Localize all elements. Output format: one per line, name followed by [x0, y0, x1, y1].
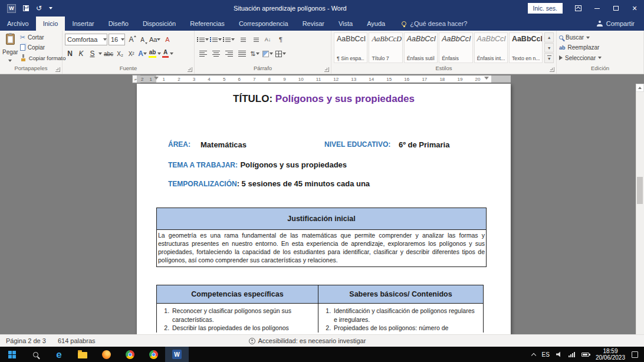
word-app-icon[interactable]: W — [7, 4, 16, 13]
close-button[interactable]: × — [625, 0, 644, 17]
tell-me-search[interactable]: ¿Qué desea hacer? — [402, 17, 467, 31]
share-button[interactable]: Compartir — [597, 17, 644, 31]
borders-button[interactable] — [275, 48, 287, 60]
taskbar-file-explorer-button[interactable] — [71, 347, 94, 362]
maximize-button[interactable] — [606, 0, 625, 17]
text-effects-button[interactable]: A — [137, 48, 147, 60]
vertical-scrollbar[interactable] — [636, 84, 644, 334]
show-formatting-marks-button[interactable]: ¶ — [275, 34, 287, 45]
taskbar-clock[interactable]: 18:59 20/06/2023 — [596, 348, 625, 361]
tab-vista[interactable]: Vista — [331, 17, 360, 31]
font-size-input[interactable] — [109, 34, 121, 45]
tab-ayuda[interactable]: Ayuda — [360, 17, 392, 31]
tab-archivo[interactable]: Archivo — [0, 17, 36, 31]
tab-revisar[interactable]: Revisar — [295, 17, 331, 31]
tab-referencias[interactable]: Referencias — [183, 17, 232, 31]
style-enfasis[interactable]: AaBbCcI Énfasis — [439, 32, 472, 63]
language-indicator[interactable]: ES — [542, 351, 550, 358]
font-name-combo[interactable] — [65, 34, 107, 45]
undo-icon[interactable]: ↺ — [36, 5, 42, 12]
font-name-caret-icon[interactable] — [103, 38, 107, 41]
underline-caret-icon[interactable] — [98, 52, 102, 55]
change-case-button[interactable]: Aa — [149, 34, 161, 45]
line-spacing-button[interactable]: ⇅ — [249, 48, 261, 60]
indent-marker-left[interactable] — [154, 77, 159, 80]
justify-button[interactable] — [236, 48, 248, 60]
paste-caret-icon[interactable] — [8, 60, 12, 62]
taskbar-chrome-2-button[interactable] — [142, 347, 165, 362]
taskbar-word-button[interactable]: W — [165, 347, 189, 362]
sort-button[interactable]: A↓ — [262, 34, 274, 45]
ribbon-display-options-button[interactable] — [569, 0, 587, 17]
document-page[interactable]: TÍTULO: Polígonos y sus propiedades ÁREA… — [137, 84, 511, 334]
align-left-button[interactable] — [197, 48, 209, 60]
font-color-button[interactable]: A — [162, 48, 169, 60]
speaker-icon[interactable] — [556, 351, 562, 357]
multilevel-list-button[interactable] — [223, 34, 235, 45]
network-icon[interactable] — [569, 352, 575, 357]
sign-in-button[interactable]: Inic. ses. — [528, 3, 563, 14]
tab-correspondencia[interactable]: Correspondencia — [232, 17, 295, 31]
page-number-status[interactable]: Página 2 de 3 — [6, 337, 46, 344]
scroll-up-button[interactable] — [636, 84, 644, 92]
save-icon[interactable] — [23, 5, 29, 11]
tab-inicio[interactable]: Inicio — [36, 17, 65, 31]
align-right-button[interactable] — [223, 48, 235, 60]
styles-scroll-down-button[interactable]: ▼ — [544, 43, 554, 53]
start-button[interactable] — [0, 347, 24, 362]
minimize-button[interactable] — [587, 0, 606, 17]
format-painter-button[interactable]: Copiar formato — [20, 53, 66, 63]
clear-formatting-button[interactable]: A — [162, 34, 172, 45]
word-count-status[interactable]: 614 palabras — [58, 337, 96, 344]
highlight-color-button[interactable]: ab — [149, 48, 156, 60]
shading-button[interactable] — [262, 48, 274, 60]
select-button[interactable]: Seleccionar — [559, 53, 641, 63]
font-name-input[interactable] — [65, 34, 103, 45]
font-dialog-launcher-icon[interactable] — [188, 67, 192, 72]
style-enfasis-sutil[interactable]: AaBbCcI Énfasis sutil — [404, 32, 438, 63]
styles-dialog-launcher-icon[interactable] — [550, 67, 554, 72]
font-size-caret-icon[interactable] — [121, 38, 124, 41]
ruler-band[interactable]: 21 1234567891011121314151617181920 — [137, 75, 511, 83]
battery-icon[interactable] — [581, 353, 589, 357]
italic-button[interactable]: K — [76, 48, 86, 60]
taskbar-search-button[interactable] — [24, 347, 47, 362]
bullet-list-button[interactable] — [197, 34, 209, 45]
scrollbar-thumb[interactable] — [637, 177, 643, 204]
taskbar-edge-button[interactable] — [47, 347, 71, 362]
copy-button[interactable]: Copiar — [20, 42, 66, 52]
styles-more-button[interactable]: ▼ — [544, 53, 554, 63]
cut-button[interactable]: ✂ Cortar — [20, 32, 66, 42]
superscript-button[interactable]: X² — [126, 48, 136, 60]
tab-disposicion[interactable]: Disposición — [136, 17, 183, 31]
accessibility-status[interactable]: Accesibilidad: es necesario investigar — [249, 337, 366, 344]
replace-button[interactable]: Reemplazar — [559, 42, 641, 52]
font-color-caret-icon[interactable] — [170, 52, 173, 55]
numbered-list-button[interactable] — [210, 34, 222, 45]
taskbar-chrome-button[interactable] — [118, 347, 142, 362]
shrink-font-button[interactable]: A — [137, 34, 147, 45]
bold-button[interactable]: N — [65, 48, 75, 60]
find-button[interactable]: Buscar — [559, 32, 641, 42]
decrease-indent-button[interactable] — [236, 34, 248, 45]
paste-button[interactable]: Pegar — [2, 32, 18, 63]
increase-indent-button[interactable] — [249, 34, 261, 45]
paragraph-dialog-launcher-icon[interactable] — [324, 67, 329, 72]
highlight-caret-icon[interactable] — [157, 52, 161, 55]
tab-diseno[interactable]: Diseño — [101, 17, 136, 31]
tab-insertar[interactable]: Insertar — [65, 17, 101, 31]
grow-font-button[interactable]: A — [126, 34, 136, 45]
styles-scroll-up-button[interactable]: ▲ — [544, 32, 554, 42]
subscript-button[interactable]: X₂ — [115, 48, 125, 60]
indent-marker-right[interactable] — [484, 77, 489, 80]
style-titulo-7[interactable]: AaBbCcD Título 7 — [369, 32, 402, 63]
strikethrough-button[interactable]: abc — [103, 48, 114, 60]
clipboard-dialog-launcher-icon[interactable] — [55, 67, 60, 72]
show-hidden-icons-chevron-icon[interactable] — [531, 353, 535, 357]
notification-center-icon[interactable] — [632, 351, 638, 358]
style-enfasis-intenso[interactable]: AaBbCcI Énfasis int... — [474, 32, 508, 63]
font-size-combo[interactable] — [109, 34, 125, 45]
style-no-spacing[interactable]: AaBbCcI ¶ Sin espa... — [334, 32, 367, 63]
style-texto-negrita[interactable]: AaBbCcI Texto en n... — [509, 32, 543, 63]
taskbar-firefox-button[interactable] — [94, 347, 118, 362]
